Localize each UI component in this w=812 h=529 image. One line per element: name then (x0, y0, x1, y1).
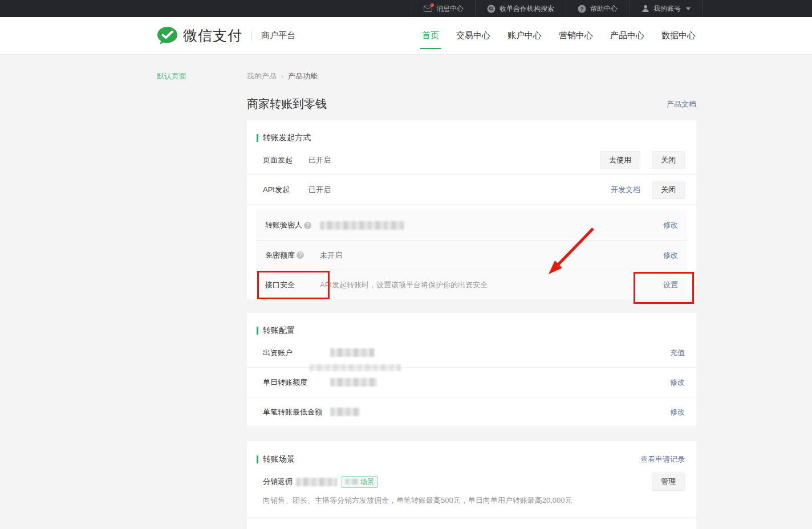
masked-value (330, 348, 375, 357)
section-title: 转账场景 (263, 454, 295, 465)
masked-value (330, 408, 360, 416)
manage-button[interactable]: 管理 (652, 473, 685, 491)
sidebar: 默认页面 (157, 55, 247, 529)
product-doc-link[interactable]: 产品文档 (667, 99, 696, 109)
row-api-security: 接口安全 API发起转账时，设置该项平台将保护你的出资安全 设置 (256, 270, 687, 299)
main-content: 我的产品 › 产品功能 商家转账到零钱 产品文档 转账发起方式 页面发起 已开启… (247, 55, 696, 529)
topbar: 消息中心 收单合作机构搜索 ? 帮助中心 我的账号 (0, 0, 812, 17)
brand: 微信支付 商户平台 (157, 26, 295, 46)
row-status: 未开启 (320, 250, 342, 261)
section-accent-bar (257, 134, 258, 142)
section-title: 转账配置 (263, 325, 295, 336)
card-transfer-scenes: 转账场景 查看申请记录 分销返佣 场景 管理 向销售、团长、主播等分销方发放佣金… (247, 441, 696, 529)
topbar-item-help-center[interactable]: ? 帮助中心 (566, 0, 629, 17)
section-title-row: 转账场景 查看申请记录 (247, 454, 696, 465)
row-label: API发起 (263, 185, 308, 195)
search-icon (487, 5, 496, 13)
scene-count-badge: 场景 (342, 476, 377, 488)
use-button[interactable]: 去使用 (600, 151, 640, 169)
sidebar-item-default-page[interactable]: 默认页面 (157, 71, 247, 82)
help-icon[interactable]: ? (297, 251, 304, 259)
modify-link[interactable]: 修改 (670, 377, 685, 388)
row-label: 出资账户 (263, 348, 330, 358)
masked-badge-value (345, 479, 359, 485)
row-daily-limit: 单日转账额度 修改 (247, 368, 696, 397)
scene-description: 向销售、团长、主播等分销方发放佣金，单笔转账最高500元，单日向单用户转账最高2… (247, 494, 696, 517)
section-title-row: 转账发起方式 (247, 133, 696, 143)
card-transfer-methods: 转账发起方式 页面发起 已开启 去使用 关闭 API发起 已开启 开发文档 关闭 (247, 120, 696, 299)
masked-value (330, 378, 377, 386)
row-page-initiate: 页面发起 已开启 去使用 关闭 (247, 145, 696, 175)
breadcrumb-current: 产品功能 (288, 71, 318, 82)
row-label: 免密额度 ? (265, 250, 320, 261)
modify-link[interactable]: 修改 (663, 220, 678, 230)
row-label: 单日转账额度 (263, 377, 330, 388)
nav-item-account-center[interactable]: 账户中心 (508, 17, 542, 54)
brand-platform: 商户平台 (261, 30, 295, 41)
close-button[interactable]: 关闭 (652, 151, 685, 169)
topbar-item-label: 帮助中心 (590, 4, 618, 14)
badge-suffix: 场景 (360, 477, 374, 487)
message-icon (424, 5, 432, 13)
masked-value (296, 478, 337, 486)
breadcrumb-parent[interactable]: 我的产品 (247, 71, 277, 82)
row-verify-person: 转账验密人 ? 修改 (256, 210, 687, 240)
section-accent-bar (257, 327, 258, 335)
main-nav: 首页 交易中心 账户中心 营销中心 产品中心 数据中心 (422, 17, 696, 54)
modify-link[interactable]: 修改 (670, 407, 685, 417)
svg-text:?: ? (580, 6, 584, 12)
topbar-item-my-account[interactable]: 我的账号 (629, 0, 703, 17)
page-title-row: 商家转账到零钱 产品文档 (247, 96, 696, 112)
section-title: 转账发起方式 (263, 133, 311, 143)
topbar-item-label: 消息中心 (436, 4, 464, 14)
header: 微信支付 商户平台 首页 交易中心 账户中心 营销中心 产品中心 数据中心 (0, 17, 812, 55)
brand-name: 微信支付 (183, 26, 242, 45)
row-label: 转账验密人 ? (265, 220, 320, 230)
row-min-amount: 单笔转账最低金额 修改 (247, 397, 696, 427)
nav-item-product-center[interactable]: 产品中心 (610, 17, 644, 54)
nav-item-home[interactable]: 首页 (422, 17, 439, 54)
masked-value-secondary (310, 364, 401, 371)
recharge-link[interactable]: 充值 (670, 348, 685, 358)
settings-link[interactable]: 设置 (663, 280, 678, 290)
row-label: 接口安全 (265, 280, 320, 290)
user-icon (641, 5, 649, 13)
breadcrumb: 我的产品 › 产品功能 (247, 55, 696, 82)
row-status: 已开启 (308, 155, 331, 165)
page-body: 默认页面 我的产品 › 产品功能 商家转账到零钱 产品文档 转账发起方式 页面发… (0, 55, 812, 529)
nav-item-marketing-center[interactable]: 营销中心 (559, 17, 593, 54)
chevron-down-icon (686, 7, 691, 10)
row-funding-account: 出资账户 充值 (247, 338, 696, 368)
close-button[interactable]: 关闭 (652, 181, 685, 199)
row-api-initiate: API发起 已开启 开发文档 关闭 (247, 175, 696, 205)
nav-item-data-center[interactable]: 数据中心 (661, 17, 696, 54)
row-password-free-limit: 免密额度 ? 未开启 修改 (256, 240, 687, 270)
help-icon[interactable]: ? (304, 222, 311, 229)
row-distribution-commission: 分销返佣 场景 管理 (247, 469, 696, 494)
row-label: 页面发起 (263, 155, 308, 165)
view-records-link[interactable]: 查看申请记录 (640, 455, 685, 463)
breadcrumb-separator: › (281, 72, 283, 80)
card-divider (247, 517, 696, 529)
wechat-pay-logo-icon (157, 26, 178, 46)
scene-label: 分销返佣 (263, 477, 293, 487)
modify-link[interactable]: 修改 (663, 250, 678, 261)
topbar-item-messages[interactable]: 消息中心 (412, 0, 475, 17)
topbar-item-acquirer-search[interactable]: 收单合作机构搜索 (475, 0, 566, 17)
row-label: 单笔转账最低金额 (263, 407, 330, 417)
section-accent-bar (257, 455, 258, 463)
dev-doc-link[interactable]: 开发文档 (611, 185, 640, 195)
topbar-item-label: 收单合作机构搜索 (500, 4, 554, 14)
row-status: 已开启 (308, 185, 331, 195)
notification-dot (431, 3, 434, 7)
section-title-row: 转账配置 (247, 325, 696, 336)
api-settings-panel: 转账验密人 ? 修改 免密额度 ? 未开启 修改 (256, 210, 687, 299)
topbar-item-label: 我的账号 (653, 4, 681, 14)
help-icon: ? (578, 5, 586, 13)
brand-divider (251, 30, 252, 42)
nav-item-transactions[interactable]: 交易中心 (456, 17, 490, 54)
page-title: 商家转账到零钱 (247, 96, 327, 112)
masked-value (320, 221, 404, 230)
row-description: API发起转账时，设置该项平台将保护你的出资安全 (320, 280, 488, 290)
card-transfer-config: 转账配置 出资账户 充值 单日转账额度 修改 单笔转账最低金额 (247, 313, 696, 428)
